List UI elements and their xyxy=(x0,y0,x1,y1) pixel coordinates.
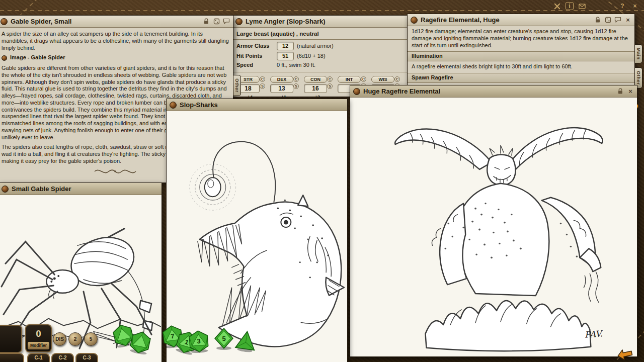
hotkey-tab-c2[interactable]: C-2 xyxy=(51,353,74,362)
elemental-image-canvas[interactable]: PAV. xyxy=(350,98,637,356)
tools-icon[interactable] xyxy=(553,2,561,10)
check-roll-button[interactable]: C xyxy=(293,76,299,82)
gable-image-link-label: Image - Gable Spider xyxy=(10,54,65,61)
lock-icon[interactable] xyxy=(594,17,601,24)
ragefire-window-controls: × xyxy=(594,17,631,24)
check-roll-button[interactable]: C xyxy=(361,76,366,82)
story-icon xyxy=(1,18,8,25)
ability-int-name[interactable]: INT xyxy=(338,76,361,83)
lock-icon[interactable] xyxy=(203,18,210,25)
ragefire-window-title: Ragefire Elemental, Huge xyxy=(421,16,500,24)
gable-window-title: Gable Spider, Small xyxy=(11,18,71,25)
artist-signature: PAV. xyxy=(584,328,604,340)
check-roll-button[interactable]: C xyxy=(260,76,265,82)
section-spawn-ragefire: Spawn Ragefire xyxy=(408,73,634,83)
elemental-image-title: Huge Ragefire Elemental xyxy=(363,87,440,95)
lyme-window-titlebar[interactable]: Lyme Angler (Slop-Shark) xyxy=(232,16,409,28)
die-d20[interactable] xyxy=(127,329,154,356)
hotkey-tab-stub[interactable] xyxy=(0,353,24,362)
speed-label: Speed xyxy=(236,62,274,69)
speed-value: 0 ft., swim 30 ft. xyxy=(277,62,315,69)
gable-image-link[interactable]: Image - Gable Spider xyxy=(2,54,229,61)
armor-class-label: Armor Class xyxy=(236,43,274,50)
die-d4[interactable] xyxy=(233,327,259,353)
ability-con-mod: +3 xyxy=(315,95,320,97)
elemental-sketch: PAV. xyxy=(350,98,637,356)
ability-con-name[interactable]: CON xyxy=(304,76,327,83)
modifier-button-dis[interactable]: DIS xyxy=(53,332,66,346)
chat-icon[interactable] xyxy=(614,17,621,24)
lock-icon[interactable] xyxy=(617,88,624,95)
spider-image-title: Small Gable Spider xyxy=(12,185,71,193)
armor-class-note: (natural armor) xyxy=(297,43,334,50)
armor-class-row: Armor Class 12 (natural armor) xyxy=(232,40,409,50)
ragefire-tab-main[interactable]: Main xyxy=(635,44,642,63)
check-roll-button[interactable]: C xyxy=(394,76,400,82)
window-close-icon[interactable]: × xyxy=(627,88,634,95)
mail-icon[interactable] xyxy=(578,2,586,10)
shark-image-canvas[interactable] xyxy=(167,111,347,362)
image-link-icon xyxy=(2,55,7,61)
creature-type-line: Large beast (aquatic) , neutral xyxy=(232,28,409,40)
modifier-button-2[interactable]: 2 xyxy=(68,332,82,346)
die-d20[interactable]: 3 xyxy=(186,329,211,353)
shark-image-titlebar[interactable]: Slop-Sharks xyxy=(167,99,347,111)
modifier-value: 0 xyxy=(26,325,51,342)
gable-tab-other[interactable]: Other xyxy=(233,75,241,96)
image-icon xyxy=(353,88,360,95)
image-icon xyxy=(2,186,9,193)
hit-points-value[interactable]: 51 xyxy=(277,52,294,60)
modifier-label: Modifier xyxy=(28,342,49,349)
ability-str-mod: +4 xyxy=(248,95,253,97)
ability-con: CON 16 +3 CS xyxy=(303,76,332,97)
hit-points-note: (6d10 + 18) xyxy=(297,53,326,60)
dice-icon[interactable] xyxy=(604,17,611,24)
check-roll-button[interactable]: C xyxy=(327,76,333,82)
top-toolbar: i ? × xyxy=(553,2,639,10)
elemental-image-titlebar[interactable]: Huge Ragefire Elemental × xyxy=(350,85,637,98)
spider-image-titlebar[interactable]: Small Gable Spider xyxy=(0,183,162,195)
info-icon[interactable]: i xyxy=(566,2,574,10)
section-illumination: Illumination xyxy=(408,51,634,61)
hit-points-row: Hit Points 51 (6d10 + 18) xyxy=(232,50,409,60)
npc-icon xyxy=(235,18,243,25)
modifier-button-5[interactable]: 5 xyxy=(84,332,98,346)
save-roll-button[interactable]: S xyxy=(260,83,265,89)
window-shark-image: Slop-Sharks xyxy=(166,99,348,362)
chat-icon[interactable] xyxy=(223,18,230,25)
modifier-box[interactable]: 0 Modifier xyxy=(25,324,52,352)
window-close-icon[interactable]: × xyxy=(624,17,631,24)
hotkey-tab-c1[interactable]: C-1 xyxy=(27,353,50,362)
ragefire-paragraph-1: 1d12 fire damage; elemental can enter cr… xyxy=(408,26,634,50)
die-d8[interactable]: 5 xyxy=(212,327,235,350)
save-roll-button[interactable]: S xyxy=(327,83,333,89)
ability-wis-name[interactable]: WIS xyxy=(371,76,394,83)
gable-flavor-text: A spider the size of an alley cat scampe… xyxy=(2,31,229,51)
hit-points-label: Hit Points xyxy=(236,53,274,60)
ragefire-stat-body: 1d12 fire damage; elemental can enter cr… xyxy=(408,26,634,85)
ragefire-paragraph-2: A ragefire elemental sheds bright light … xyxy=(408,61,634,71)
gable-window-titlebar[interactable]: Gable Spider, Small xyxy=(0,16,233,28)
ability-dex-score[interactable]: 13 xyxy=(270,84,293,93)
app-close-icon[interactable]: × xyxy=(631,2,639,10)
window-elemental-image: Huge Ragefire Elemental × xyxy=(350,85,637,357)
ability-con-score[interactable]: 16 xyxy=(304,84,327,93)
ragefire-window-titlebar[interactable]: Ragefire Elemental, Huge × xyxy=(408,14,634,26)
speed-row: Speed 0 ft., swim 30 ft. xyxy=(232,60,409,69)
image-icon xyxy=(170,102,177,109)
window-ragefire-stat: Ragefire Elemental, Huge × 1d12 fire dam… xyxy=(407,14,635,85)
anglerfish-sketch xyxy=(167,111,347,362)
armor-class-value[interactable]: 12 xyxy=(277,42,294,50)
svg-text:5: 5 xyxy=(222,335,225,342)
flourish-divider xyxy=(93,168,138,175)
hotkey-tab-c3[interactable]: C-3 xyxy=(75,353,98,362)
modifier-stack[interactable] xyxy=(0,325,22,353)
help-icon[interactable]: ? xyxy=(618,2,626,10)
dice-icon[interactable] xyxy=(213,18,220,25)
shark-image-title: Slop-Sharks xyxy=(180,101,218,109)
ability-dex: DEX 13 +1 CS xyxy=(269,76,298,97)
save-roll-button[interactable]: S xyxy=(293,83,299,89)
npc-icon xyxy=(411,17,418,24)
elemental-window-controls: × xyxy=(617,88,634,95)
ability-dex-name[interactable]: DEX xyxy=(270,76,293,83)
